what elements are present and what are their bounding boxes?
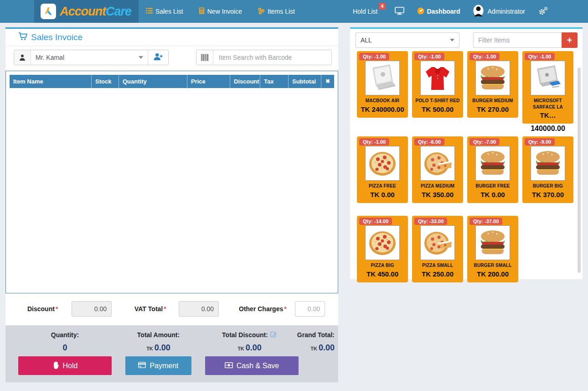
discount-input[interactable] [72, 301, 112, 317]
items-icon [258, 7, 265, 16]
product-name: MICROSOFT SARFACE LA [522, 98, 573, 110]
nav-dashboard[interactable]: Dashboard [417, 7, 460, 16]
qty-badge: Qty: -1.00 [414, 53, 444, 60]
laptop-image [365, 61, 400, 95]
qty-badge: Qty: -1.00 [359, 53, 389, 60]
product-price: TK… [522, 111, 573, 120]
nav-new-invoice[interactable]: New Invoice [199, 7, 242, 16]
vat-total-label: VAT Total* [134, 305, 166, 313]
product-price: TK 270.00 [467, 105, 518, 114]
credit-card-icon [138, 362, 146, 370]
product-price: TK 250.00 [412, 270, 463, 279]
product-price: TK 500.00 [412, 105, 463, 114]
list-icon [146, 7, 153, 16]
product-price: TK 0.00 [357, 190, 408, 199]
quantity-value: 0 [18, 343, 112, 353]
category-select[interactable]: ALL [356, 32, 459, 48]
product-card[interactable]: Qty: -1.00MICROSOFT SARFACE LATK…140000.… [522, 51, 573, 124]
total-amount-value: TK0.00 [125, 343, 191, 353]
filter-items-group: + [473, 32, 578, 48]
customer-select-group: Mr. Kamal [14, 50, 169, 65]
filter-items-input[interactable] [473, 32, 562, 48]
pizza-cut-image [420, 146, 455, 181]
pizza-image [365, 225, 400, 260]
other-charges-input[interactable] [295, 301, 325, 317]
customer-select[interactable]: Mr. Kamal [31, 50, 148, 65]
product-card[interactable]: Qty: -1.00BURGER MEDIUMTK 270.00 [467, 51, 518, 118]
qty-badge: Qty: -6.00 [414, 138, 444, 146]
person-icon [14, 50, 31, 65]
nav-sales-list[interactable]: Sales List [146, 7, 183, 16]
hold-button[interactable]: Hold [18, 356, 112, 375]
product-price: TK 370.00 [522, 190, 573, 199]
column-header: Quantity [119, 75, 187, 88]
product-name: BURGER SMALL [467, 262, 518, 269]
product-card[interactable]: Qty: -33.00PIZZA SMALLTK 250.00 [412, 216, 463, 282]
burger-image [531, 146, 565, 181]
tshirt-image [420, 61, 455, 95]
qty-badge: Qty: -1.00 [359, 138, 389, 146]
product-name: PIZZA FREE [357, 183, 408, 189]
product-catalog-panel: ALL + Qty: -1.00MACBOOK AIRTK 240000.00Q… [350, 27, 583, 279]
product-card[interactable]: Qty: -9.00BURGER BIGTK 370.00 [522, 136, 573, 203]
settings-gears-icon[interactable] [538, 6, 549, 17]
total-amount-label: Total Amount: [137, 331, 180, 339]
grand-total-value: TK0.00 [262, 343, 335, 353]
column-header: Price [187, 75, 230, 88]
payment-button[interactable]: Payment [125, 356, 191, 375]
dashboard-icon [417, 7, 424, 16]
user-menu[interactable]: Administrator [473, 5, 525, 18]
vat-total-input[interactable] [179, 301, 219, 317]
qty-badge: Qty: -9.00 [525, 138, 555, 146]
brand-name: AccountCare [60, 5, 131, 19]
chevron-down-icon [139, 56, 143, 59]
chevron-down-icon [450, 39, 454, 42]
qty-badge: Qty: -33.00 [414, 218, 447, 225]
product-card[interactable]: Qty: -7.00BURGER FREETK 0.00 [467, 136, 518, 203]
qty-badge: Qty: -1.00 [525, 53, 555, 60]
product-price: TK 0.00 [467, 190, 518, 199]
accountcare-logo-icon [41, 4, 56, 19]
column-header: Item Name [10, 75, 92, 88]
product-price: TK 350.00 [412, 190, 463, 199]
product-name: PIZZA SMALL [412, 262, 463, 269]
product-card[interactable]: Qty: -6.00PIZZA MEDIUMTK 350.00 [412, 136, 463, 203]
hand-icon [52, 361, 59, 371]
product-name: BURGER FREE [467, 183, 518, 189]
qty-badge: Qty: -7.00 [469, 138, 500, 146]
grand-total-label: Grand Total: [297, 331, 335, 339]
product-price: TK 240000.00 [357, 105, 408, 114]
invoice-table-header: Item NameStockQuantityPriceDiscountTaxSu… [10, 75, 334, 88]
product-card[interactable]: Qty: -37.00BURGER SMALLTK 200.00 [467, 216, 518, 282]
product-card[interactable]: Qty: -1.00MACBOOK AIRTK 240000.00 [357, 51, 408, 118]
page-title: Sales Invoice [31, 32, 83, 42]
hold-list-button[interactable]: Hold List 4 [353, 8, 382, 15]
qty-badge: Qty: -1.00 [469, 53, 500, 60]
top-navbar: AccountCare Sales List New Invoice Items… [0, 0, 588, 23]
product-price: TK 200.00 [467, 270, 518, 279]
product-name: POLO T-SHIRT RED [412, 98, 463, 104]
cash-save-button[interactable]: Cash & Save [205, 356, 299, 375]
catalog-scrollbar[interactable] [578, 68, 581, 273]
qty-badge: Qty: -37.00 [469, 218, 502, 225]
product-card[interactable]: Qty: -1.00POLO T-SHIRT REDTK 500.00 [412, 51, 463, 118]
product-price-overflow: 140000.00 [520, 124, 576, 133]
barcode-search-group [196, 50, 332, 65]
add-person-icon [153, 52, 163, 63]
product-card[interactable]: Qty: -1.00PIZZA FREETK 0.00 [357, 136, 408, 203]
barcode-icon [196, 50, 213, 65]
nav-items-list[interactable]: Items List [258, 7, 295, 16]
brand-logo[interactable]: AccountCare [34, 0, 139, 23]
product-name: MACBOOK AIR [357, 98, 408, 104]
product-grid: Qty: -1.00MACBOOK AIRTK 240000.00Qty: -1… [357, 51, 578, 282]
qty-badge: Qty: -14.00 [359, 218, 392, 225]
invoice-summary-bar: Quantity: 0 Total Amount: TK0.00 Total D… [5, 325, 338, 382]
column-header: Discount [230, 75, 260, 88]
barcode-search-input[interactable] [213, 50, 331, 65]
add-customer-button[interactable] [148, 50, 168, 65]
product-price: TK 450.00 [357, 270, 408, 279]
monitor-icon[interactable] [395, 7, 404, 16]
cart-icon [18, 32, 27, 43]
product-card[interactable]: Qty: -14.00PIZZA BIGTK 450.00 [357, 216, 408, 282]
add-item-button[interactable]: + [562, 32, 578, 48]
